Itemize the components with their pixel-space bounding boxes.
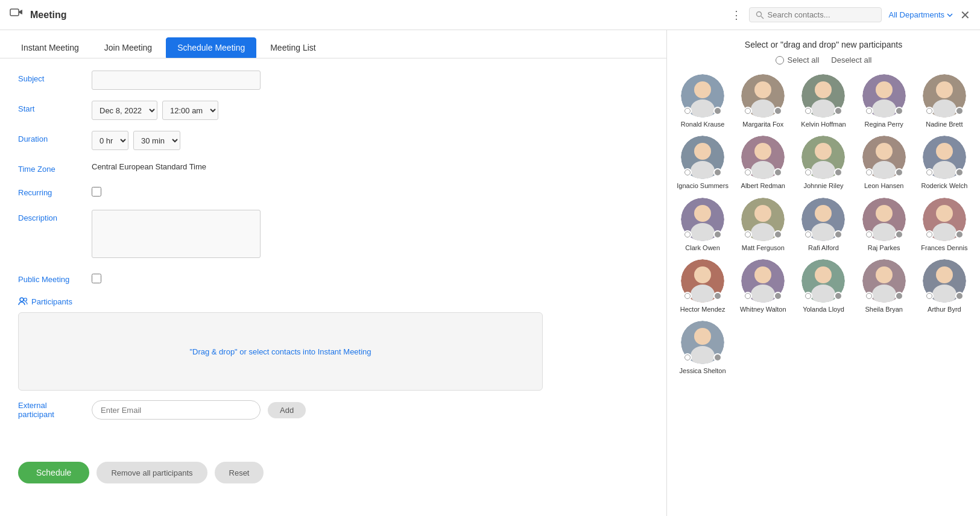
description-control — [92, 210, 648, 260]
select-all-wrap: Select all — [776, 55, 820, 64]
subject-input[interactable] — [92, 71, 261, 90]
contact-item-7[interactable]: Albert Redman — [735, 136, 791, 190]
duration-hr-select[interactable]: 0 hr 1 hr 2 hr 3 hr — [92, 131, 128, 150]
public-meeting-checkbox[interactable] — [92, 274, 101, 283]
main-container: Instant Meeting Join Meeting Schedule Me… — [0, 30, 980, 516]
contact-status-12 — [774, 230, 782, 239]
avatar-wrap-19 — [862, 259, 906, 303]
contact-item-1[interactable]: Ronald Krause — [674, 74, 731, 128]
contact-item-11[interactable]: Clark Owen — [674, 198, 731, 252]
contact-checkbox-15 — [925, 230, 934, 239]
svg-point-33 — [754, 143, 771, 160]
contact-status-8 — [834, 168, 842, 177]
avatar-wrap-3 — [801, 74, 845, 118]
contact-status-2 — [774, 107, 782, 115]
left-panel: Instant Meeting Join Meeting Schedule Me… — [0, 30, 666, 516]
avatar-wrap-21 — [681, 321, 724, 364]
header: Meeting ⋮ All Departments ✕ — [0, 0, 980, 30]
header-right-controls: ⋮ All Departments ✕ — [731, 7, 970, 22]
avatar-wrap-1 — [681, 74, 724, 118]
recurring-control — [92, 184, 648, 199]
public-control — [92, 271, 648, 286]
svg-point-89 — [694, 328, 711, 345]
duration-control: 0 hr 1 hr 2 hr 3 hr 0 min 15 min 30 min … — [92, 131, 648, 150]
deselect-all-button[interactable]: Deselect all — [831, 55, 871, 64]
tab-schedule-meeting[interactable]: Schedule Meeting — [166, 37, 256, 58]
svg-point-21 — [876, 81, 893, 98]
contact-item-19[interactable]: Sheila Bryan — [856, 259, 912, 313]
contact-item-2[interactable]: Margarita Fox — [735, 74, 791, 128]
contact-item-3[interactable]: Kelvin Hoffman — [795, 74, 852, 128]
close-button[interactable]: ✕ — [960, 8, 970, 22]
contact-status-11 — [713, 230, 722, 239]
description-label: Description — [18, 210, 84, 222]
contact-item-13[interactable]: Rafi Alford — [795, 198, 852, 252]
more-options-button[interactable]: ⋮ — [731, 8, 742, 22]
search-icon — [756, 11, 764, 19]
contact-checkbox-12 — [744, 230, 752, 239]
reset-button[interactable]: Reset — [215, 462, 264, 483]
contact-item-21[interactable]: Jessica Shelton — [674, 321, 731, 375]
contact-item-17[interactable]: Whitney Walton — [735, 259, 791, 313]
tab-join-meeting[interactable]: Join Meeting — [93, 37, 163, 58]
department-dropdown[interactable]: All Departments — [889, 10, 953, 19]
duration-min-select[interactable]: 0 min 15 min 30 min 45 min — [133, 131, 180, 150]
contact-item-16[interactable]: Hector Mendez — [674, 259, 731, 313]
drop-zone[interactable]: "Drag & drop" or select contacts into In… — [18, 312, 543, 391]
description-textarea[interactable] — [92, 210, 261, 258]
contact-name-2: Margarita Fox — [742, 120, 783, 128]
contact-name-15: Frances Dennis — [921, 244, 967, 252]
contact-item-15[interactable]: Frances Dennis — [916, 198, 973, 252]
start-time-select[interactable]: 12:00 am 12:30 am 1:00 am — [162, 101, 218, 120]
contact-status-18 — [834, 292, 842, 300]
email-input[interactable] — [92, 400, 261, 420]
start-date-select[interactable]: Dec 8, 2022 — [92, 101, 157, 120]
contact-item-8[interactable]: Johnnie Riley — [795, 136, 852, 190]
contact-item-14[interactable]: Raj Parkes — [856, 198, 912, 252]
remove-all-button[interactable]: Remove all participants — [96, 462, 207, 483]
timezone-row: Time Zone Central European Standard Time — [18, 161, 648, 174]
avatar-wrap-18 — [801, 259, 845, 303]
svg-point-13 — [754, 81, 771, 98]
avatar-wrap-13 — [801, 198, 845, 241]
contact-item-5[interactable]: Nadine Brett — [916, 74, 973, 128]
recurring-checkbox[interactable] — [92, 187, 101, 197]
search-input[interactable] — [768, 10, 852, 19]
tabs-bar: Instant Meeting Join Meeting Schedule Me… — [0, 30, 666, 58]
svg-point-77 — [815, 266, 832, 283]
contact-name-5: Nadine Brett — [926, 120, 963, 128]
contact-name-16: Hector Mendez — [680, 305, 726, 313]
bottom-buttons: Schedule Remove all participants Reset — [0, 456, 666, 489]
contact-item-10[interactable]: Roderick Welch — [916, 136, 973, 190]
contact-checkbox-9 — [865, 168, 873, 177]
avatar-wrap-4 — [862, 74, 906, 118]
right-panel: Select or "drag and drop" new participan… — [666, 30, 980, 516]
select-all-label: Select all — [788, 55, 820, 64]
contact-status-9 — [895, 168, 903, 177]
contact-checkbox-11 — [683, 230, 692, 239]
subject-control — [92, 71, 648, 90]
chevron-down-icon — [947, 13, 953, 17]
contact-name-12: Matt Ferguson — [742, 244, 785, 252]
svg-rect-0 — [10, 9, 19, 16]
contact-item-6[interactable]: Ignacio Summers — [674, 136, 731, 190]
select-all-radio[interactable] — [776, 56, 784, 64]
schedule-button[interactable]: Schedule — [18, 462, 89, 483]
contact-status-21 — [713, 353, 722, 362]
participants-icon — [18, 297, 28, 306]
schedule-form: Subject Start Dec 8, 2022 12:00 am 12:30… — [0, 58, 666, 444]
contact-status-13 — [834, 230, 842, 239]
contact-grid: Ronald KrauseMargarita FoxKelvin Hoffman… — [674, 74, 973, 375]
contact-status-15 — [955, 230, 964, 239]
contact-item-9[interactable]: Leon Hansen — [856, 136, 912, 190]
add-email-button[interactable]: Add — [268, 402, 306, 418]
contact-item-20[interactable]: Arthur Byrd — [916, 259, 973, 313]
tab-instant-meeting[interactable]: Instant Meeting — [10, 37, 90, 58]
contact-item-4[interactable]: Regina Perry — [856, 74, 912, 128]
tab-meeting-list[interactable]: Meeting List — [259, 37, 327, 58]
avatar-wrap-6 — [681, 136, 724, 179]
contact-checkbox-16 — [683, 292, 692, 300]
contact-name-18: Yolanda Lloyd — [803, 305, 844, 313]
contact-item-18[interactable]: Yolanda Lloyd — [795, 259, 852, 313]
contact-item-12[interactable]: Matt Ferguson — [735, 198, 791, 252]
